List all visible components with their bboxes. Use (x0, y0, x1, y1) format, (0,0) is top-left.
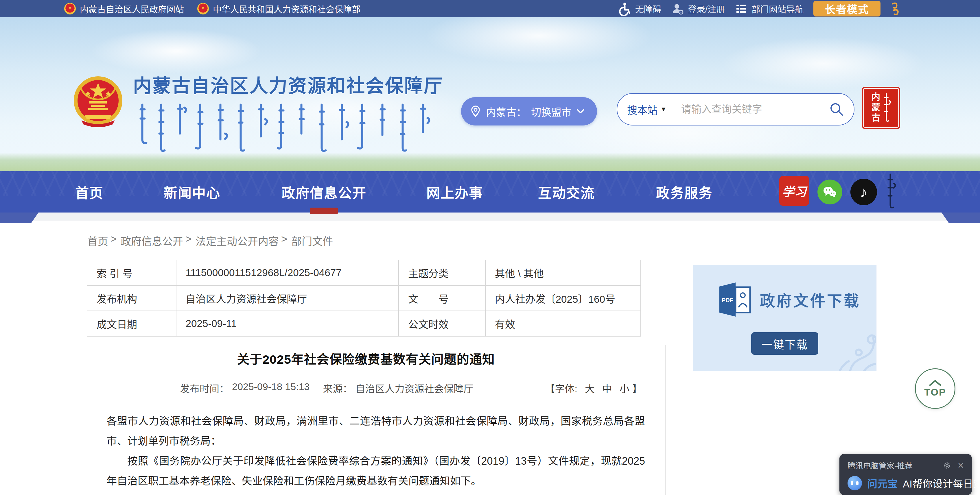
search-input[interactable] (681, 103, 829, 115)
doc-number-value: 内人社办发〔2025〕160号 (485, 286, 641, 311)
document-info-table: 索 引 号 11150000011512968L/2025-04677 主题分类… (87, 260, 641, 336)
download-card-header: PDF 政府文件下载 (719, 282, 861, 317)
back-to-top-label: TOP (924, 387, 946, 398)
breadcrumb-home[interactable]: 首页 (88, 233, 108, 248)
gov-site-link-label: 内蒙古自治区人民政府网站 (80, 2, 184, 15)
login-register-label: 登录/注册 (688, 2, 725, 15)
topbar-links: 内蒙古自治区人民政府网站 中华人民共和国人力资源和社会保障部 (64, 0, 360, 17)
doc-number-label: 文 号 (399, 286, 485, 311)
publish-time-label: 发布时间： (180, 381, 229, 395)
validity-value: 有效 (485, 311, 641, 336)
one-click-download-button[interactable]: 一键下载 (751, 332, 818, 355)
gov-site-link[interactable]: 内蒙古自治区人民政府网站 (64, 2, 184, 15)
search-icon[interactable] (829, 102, 844, 117)
issuing-agency-label: 发布机构 (87, 286, 176, 311)
index-number-label: 索 引 号 (87, 260, 176, 286)
font-size-large[interactable]: 大 (585, 381, 595, 395)
breadcrumb-gov-info[interactable]: 政府信息公开 (121, 233, 183, 248)
wechat-icon[interactable] (818, 179, 842, 205)
elder-mode-button[interactable]: 长者模式 (813, 1, 880, 16)
topic-category-label: 主题分类 (399, 260, 485, 286)
mongolian-script-site-title (134, 102, 445, 152)
font-size-medium[interactable]: 中 (602, 381, 612, 395)
nav-item-services[interactable]: 网上办事 (423, 171, 487, 213)
publish-info: 发布时间： 2025-09-18 15:13 来源： 自治区人力资源社会保障厅 (180, 381, 473, 395)
font-size-controls: 【字体: 大 中 小 】 (545, 381, 642, 395)
document-title: 关于2025年社会保险缴费基数有关问题的通知 (87, 349, 645, 367)
popup-title: 腾讯电脑管家-推荐 (848, 460, 943, 471)
login-register-button[interactable]: 登录/注册 (671, 2, 725, 15)
nav-item-news[interactable]: 新闻中心 (160, 171, 224, 213)
elder-mode-swirl-decoration (891, 2, 901, 16)
wheelchair-icon (617, 2, 631, 16)
index-number-value: 11150000011512968L/2025-04677 (176, 260, 399, 286)
xuexi-app-icon[interactable]: 学习 (779, 176, 809, 206)
written-date-value: 2025-09-11 (176, 311, 399, 336)
nav-ribbon-fold-right (941, 211, 980, 223)
download-card-title: 政府文件下载 (760, 289, 861, 311)
inner-mongolia-seal: 内蒙古 (862, 87, 900, 129)
source-label: 来源： (323, 381, 352, 395)
yuanbao-chat-icon (848, 476, 862, 490)
article-paragraph: 各盟市人力资源和社会保障局、财政局，满洲里市、二连浩特市人力资源和社会保障局、财… (107, 411, 645, 451)
font-size-close: 】 (632, 381, 642, 395)
site-header: 内蒙古自治区人力资源和社会保障厅 内蒙古： 切换盟市 (0, 17, 980, 171)
popup-app-name: 问元宝 (867, 476, 897, 490)
back-to-top-button[interactable]: TOP (915, 368, 955, 409)
content-sidebar-divider (665, 345, 666, 495)
region-switch-label: 切换盟市 (531, 104, 571, 119)
search-scope-label: 搜本站 (627, 102, 657, 117)
region-switcher[interactable]: 内蒙古： 切换盟市 (461, 97, 597, 125)
table-row: 索 引 号 11150000011512968L/2025-04677 主题分类… (87, 260, 641, 286)
written-date-label: 成文日期 (87, 311, 176, 336)
close-icon[interactable]: × (958, 460, 964, 471)
accessibility-button[interactable]: 无障碍 (617, 2, 661, 16)
breadcrumb-statutory-disclosure[interactable]: 法定主动公开内容 (196, 233, 279, 248)
validity-label: 公文时效 (399, 311, 485, 336)
pdf-label: PDF (722, 297, 733, 303)
font-size-open: 【字体: (545, 381, 578, 395)
font-size-small[interactable]: 小 (620, 381, 629, 395)
region-current-label: 内蒙古： (486, 104, 527, 119)
elder-mode-label: 长者模式 (825, 1, 869, 16)
site-title: 内蒙古自治区人力资源和社会保障厅 (133, 71, 443, 97)
search-divider (674, 100, 674, 118)
breadcrumb-dept-documents[interactable]: 部门文件 (291, 233, 333, 248)
main-navigation: 首页 新闻中心 政府信息公开 网上办事 互动交流 政务服务 学习 ♪ (0, 171, 980, 213)
search-scope-dropdown[interactable]: 搜本站 ▼ (627, 102, 667, 117)
dept-site-nav-label: 部门网站导航 (751, 2, 803, 15)
nav-item-home[interactable]: 首页 (73, 171, 105, 213)
popup-titlebar: 腾讯电脑管家-推荐 × (848, 460, 964, 471)
table-row: 发布机构 自治区人力资源社会保障厅 文 号 内人社办发〔2025〕160号 (87, 286, 641, 311)
mohrss-site-link-label: 中华人民共和国人力资源和社会保障部 (213, 2, 360, 15)
active-nav-indicator (310, 208, 338, 214)
source-value: 自治区人力资源社会保障厅 (355, 381, 473, 395)
user-icon (671, 2, 684, 15)
top-utility-bar: 内蒙古自治区人民政府网站 中华人民共和国人力资源和社会保障部 无障碍 登录/注册 (0, 0, 980, 17)
settings-gear-icon[interactable] (943, 461, 951, 470)
nav-item-gov-service[interactable]: 政务服务 (654, 171, 715, 213)
seal-text: 内蒙古 (871, 92, 879, 124)
mohrss-site-link[interactable]: 中华人民共和国人力资源和社会保障部 (197, 2, 360, 15)
issuing-agency-value: 自治区人力资源社会保障厅 (176, 286, 399, 311)
douyin-icon[interactable]: ♪ (850, 179, 877, 205)
nav-item-interaction[interactable]: 互动交流 (535, 171, 598, 213)
topbar-utilities: 无障碍 登录/注册 部门网站导航 长者模式 (617, 0, 901, 17)
topic-category-value: 其他 \ 其他 (485, 260, 641, 286)
nav-social-icons: 学习 ♪ (779, 171, 897, 213)
table-row: 成文日期 2025-09-11 公文时效 有效 (87, 311, 641, 336)
popup-actions: × (943, 460, 964, 471)
national-emblem-logo (73, 75, 124, 128)
nav-mongolian-script[interactable] (885, 173, 897, 211)
national-emblem-icon (197, 3, 209, 14)
nav-item-gov-info[interactable]: 政府信息公开 (277, 171, 371, 213)
dropdown-arrow-icon: ▼ (660, 106, 667, 113)
dept-site-nav-button[interactable]: 部门网站导航 (735, 2, 803, 15)
grassland-strip (0, 153, 980, 171)
popup-message: AI帮你设计每日穿搭 (903, 476, 980, 490)
breadcrumb: 首页> 政府信息公开> 法定主动公开内容> 部门文件 (88, 233, 333, 248)
pc-manager-popup: 腾讯电脑管家-推荐 × 问元宝 AI帮你设计每日穿搭 (839, 454, 972, 495)
chevron-down-icon (576, 108, 585, 114)
popup-content[interactable]: 问元宝 AI帮你设计每日穿搭 (848, 476, 964, 490)
nav-ribbon-fold-left (0, 211, 39, 223)
